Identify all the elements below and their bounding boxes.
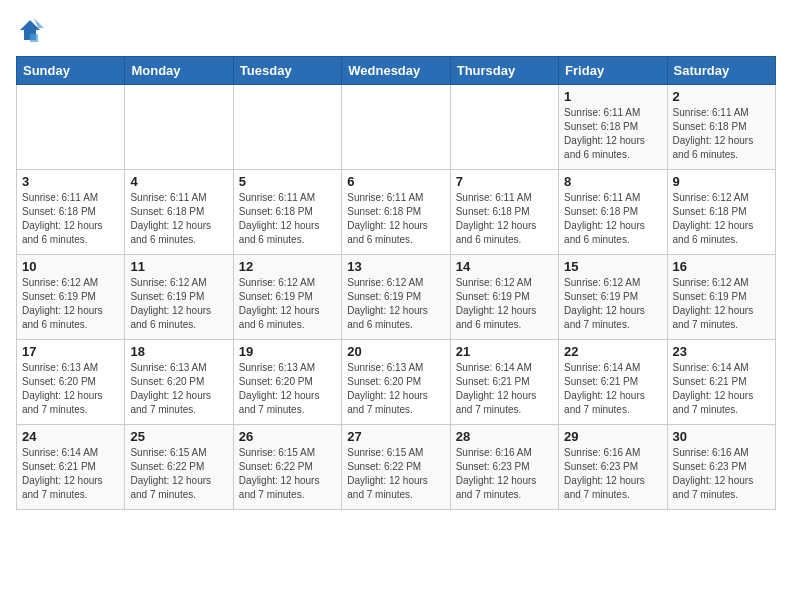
day-info: Sunrise: 6:11 AM Sunset: 6:18 PM Dayligh…: [130, 191, 227, 247]
day-number: 6: [347, 174, 444, 189]
day-number: 23: [673, 344, 770, 359]
calendar-header-row: SundayMondayTuesdayWednesdayThursdayFrid…: [17, 57, 776, 85]
day-cell: 13Sunrise: 6:12 AM Sunset: 6:19 PM Dayli…: [342, 255, 450, 340]
day-number: 17: [22, 344, 119, 359]
day-number: 9: [673, 174, 770, 189]
day-number: 7: [456, 174, 553, 189]
column-header-wednesday: Wednesday: [342, 57, 450, 85]
day-info: Sunrise: 6:13 AM Sunset: 6:20 PM Dayligh…: [347, 361, 444, 417]
day-number: 18: [130, 344, 227, 359]
day-number: 20: [347, 344, 444, 359]
week-row-2: 3Sunrise: 6:11 AM Sunset: 6:18 PM Daylig…: [17, 170, 776, 255]
day-info: Sunrise: 6:11 AM Sunset: 6:18 PM Dayligh…: [456, 191, 553, 247]
day-info: Sunrise: 6:16 AM Sunset: 6:23 PM Dayligh…: [673, 446, 770, 502]
day-info: Sunrise: 6:15 AM Sunset: 6:22 PM Dayligh…: [130, 446, 227, 502]
day-info: Sunrise: 6:13 AM Sunset: 6:20 PM Dayligh…: [130, 361, 227, 417]
day-cell: 25Sunrise: 6:15 AM Sunset: 6:22 PM Dayli…: [125, 425, 233, 510]
logo: [16, 16, 48, 44]
day-number: 28: [456, 429, 553, 444]
column-header-friday: Friday: [559, 57, 667, 85]
day-info: Sunrise: 6:12 AM Sunset: 6:19 PM Dayligh…: [456, 276, 553, 332]
day-cell: 4Sunrise: 6:11 AM Sunset: 6:18 PM Daylig…: [125, 170, 233, 255]
day-cell: 24Sunrise: 6:14 AM Sunset: 6:21 PM Dayli…: [17, 425, 125, 510]
day-cell: 30Sunrise: 6:16 AM Sunset: 6:23 PM Dayli…: [667, 425, 775, 510]
day-cell: 29Sunrise: 6:16 AM Sunset: 6:23 PM Dayli…: [559, 425, 667, 510]
day-cell: 8Sunrise: 6:11 AM Sunset: 6:18 PM Daylig…: [559, 170, 667, 255]
day-number: 3: [22, 174, 119, 189]
day-info: Sunrise: 6:14 AM Sunset: 6:21 PM Dayligh…: [564, 361, 661, 417]
day-cell: 7Sunrise: 6:11 AM Sunset: 6:18 PM Daylig…: [450, 170, 558, 255]
week-row-5: 24Sunrise: 6:14 AM Sunset: 6:21 PM Dayli…: [17, 425, 776, 510]
header: [16, 16, 776, 44]
day-info: Sunrise: 6:11 AM Sunset: 6:18 PM Dayligh…: [564, 106, 661, 162]
day-cell: 28Sunrise: 6:16 AM Sunset: 6:23 PM Dayli…: [450, 425, 558, 510]
day-cell: 20Sunrise: 6:13 AM Sunset: 6:20 PM Dayli…: [342, 340, 450, 425]
day-info: Sunrise: 6:15 AM Sunset: 6:22 PM Dayligh…: [347, 446, 444, 502]
column-header-tuesday: Tuesday: [233, 57, 341, 85]
column-header-saturday: Saturday: [667, 57, 775, 85]
day-number: 10: [22, 259, 119, 274]
day-number: 15: [564, 259, 661, 274]
day-cell: 23Sunrise: 6:14 AM Sunset: 6:21 PM Dayli…: [667, 340, 775, 425]
day-info: Sunrise: 6:12 AM Sunset: 6:19 PM Dayligh…: [22, 276, 119, 332]
day-number: 12: [239, 259, 336, 274]
day-cell: 14Sunrise: 6:12 AM Sunset: 6:19 PM Dayli…: [450, 255, 558, 340]
day-cell: 17Sunrise: 6:13 AM Sunset: 6:20 PM Dayli…: [17, 340, 125, 425]
day-info: Sunrise: 6:12 AM Sunset: 6:19 PM Dayligh…: [130, 276, 227, 332]
day-cell: 6Sunrise: 6:11 AM Sunset: 6:18 PM Daylig…: [342, 170, 450, 255]
day-number: 19: [239, 344, 336, 359]
day-number: 5: [239, 174, 336, 189]
day-cell: 18Sunrise: 6:13 AM Sunset: 6:20 PM Dayli…: [125, 340, 233, 425]
day-cell: 5Sunrise: 6:11 AM Sunset: 6:18 PM Daylig…: [233, 170, 341, 255]
day-cell: 11Sunrise: 6:12 AM Sunset: 6:19 PM Dayli…: [125, 255, 233, 340]
day-info: Sunrise: 6:12 AM Sunset: 6:19 PM Dayligh…: [564, 276, 661, 332]
day-number: 1: [564, 89, 661, 104]
day-number: 29: [564, 429, 661, 444]
day-number: 11: [130, 259, 227, 274]
day-info: Sunrise: 6:11 AM Sunset: 6:18 PM Dayligh…: [673, 106, 770, 162]
day-number: 25: [130, 429, 227, 444]
day-number: 14: [456, 259, 553, 274]
day-info: Sunrise: 6:11 AM Sunset: 6:18 PM Dayligh…: [239, 191, 336, 247]
day-cell: [233, 85, 341, 170]
day-number: 13: [347, 259, 444, 274]
day-number: 21: [456, 344, 553, 359]
day-number: 2: [673, 89, 770, 104]
day-info: Sunrise: 6:16 AM Sunset: 6:23 PM Dayligh…: [564, 446, 661, 502]
day-cell: 27Sunrise: 6:15 AM Sunset: 6:22 PM Dayli…: [342, 425, 450, 510]
day-info: Sunrise: 6:14 AM Sunset: 6:21 PM Dayligh…: [22, 446, 119, 502]
day-info: Sunrise: 6:16 AM Sunset: 6:23 PM Dayligh…: [456, 446, 553, 502]
column-header-monday: Monday: [125, 57, 233, 85]
day-cell: 10Sunrise: 6:12 AM Sunset: 6:19 PM Dayli…: [17, 255, 125, 340]
day-cell: 26Sunrise: 6:15 AM Sunset: 6:22 PM Dayli…: [233, 425, 341, 510]
day-info: Sunrise: 6:11 AM Sunset: 6:18 PM Dayligh…: [22, 191, 119, 247]
day-number: 26: [239, 429, 336, 444]
day-cell: [450, 85, 558, 170]
day-info: Sunrise: 6:13 AM Sunset: 6:20 PM Dayligh…: [22, 361, 119, 417]
day-number: 27: [347, 429, 444, 444]
day-cell: 15Sunrise: 6:12 AM Sunset: 6:19 PM Dayli…: [559, 255, 667, 340]
day-info: Sunrise: 6:11 AM Sunset: 6:18 PM Dayligh…: [347, 191, 444, 247]
day-cell: 3Sunrise: 6:11 AM Sunset: 6:18 PM Daylig…: [17, 170, 125, 255]
logo-icon: [16, 16, 44, 44]
day-cell: [17, 85, 125, 170]
week-row-1: 1Sunrise: 6:11 AM Sunset: 6:18 PM Daylig…: [17, 85, 776, 170]
day-cell: [342, 85, 450, 170]
day-info: Sunrise: 6:14 AM Sunset: 6:21 PM Dayligh…: [456, 361, 553, 417]
day-info: Sunrise: 6:12 AM Sunset: 6:19 PM Dayligh…: [239, 276, 336, 332]
day-info: Sunrise: 6:11 AM Sunset: 6:18 PM Dayligh…: [564, 191, 661, 247]
day-cell: 16Sunrise: 6:12 AM Sunset: 6:19 PM Dayli…: [667, 255, 775, 340]
day-cell: 19Sunrise: 6:13 AM Sunset: 6:20 PM Dayli…: [233, 340, 341, 425]
column-header-sunday: Sunday: [17, 57, 125, 85]
day-cell: [125, 85, 233, 170]
day-cell: 12Sunrise: 6:12 AM Sunset: 6:19 PM Dayli…: [233, 255, 341, 340]
day-info: Sunrise: 6:12 AM Sunset: 6:18 PM Dayligh…: [673, 191, 770, 247]
day-info: Sunrise: 6:12 AM Sunset: 6:19 PM Dayligh…: [673, 276, 770, 332]
day-cell: 9Sunrise: 6:12 AM Sunset: 6:18 PM Daylig…: [667, 170, 775, 255]
column-header-thursday: Thursday: [450, 57, 558, 85]
calendar-body: 1Sunrise: 6:11 AM Sunset: 6:18 PM Daylig…: [17, 85, 776, 510]
day-info: Sunrise: 6:13 AM Sunset: 6:20 PM Dayligh…: [239, 361, 336, 417]
day-info: Sunrise: 6:12 AM Sunset: 6:19 PM Dayligh…: [347, 276, 444, 332]
day-number: 8: [564, 174, 661, 189]
day-cell: 2Sunrise: 6:11 AM Sunset: 6:18 PM Daylig…: [667, 85, 775, 170]
